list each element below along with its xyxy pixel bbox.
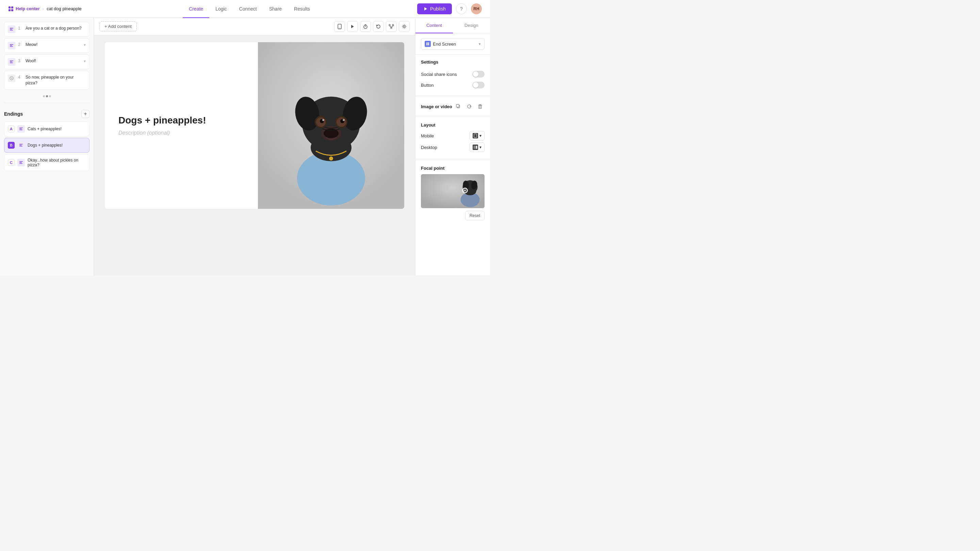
copy-image-button[interactable]	[454, 102, 463, 111]
image-video-header: Image or video	[421, 102, 485, 111]
branch-button[interactable]	[386, 21, 397, 32]
focal-point-preview[interactable]	[421, 174, 485, 208]
nav-tabs: Create Logic Connect Share Results	[183, 0, 316, 18]
section-divider-3	[415, 160, 490, 160]
timer-button[interactable]	[360, 21, 371, 32]
question-num-3: 3	[18, 58, 23, 63]
question-arrow-3: ▾	[84, 59, 86, 64]
main-layout: 1 Are you a cat or a dog person? 2 Meow!…	[0, 18, 490, 275]
social-share-label: Social share icons	[421, 72, 457, 77]
question-text-3: Woof!	[25, 58, 81, 64]
tab-connect[interactable]: Connect	[233, 0, 263, 18]
svg-rect-65	[474, 146, 476, 149]
publish-button[interactable]: Publish	[417, 3, 452, 14]
svg-point-36	[404, 25, 405, 27]
canvas-area: Dogs + pineapples! Description (optional…	[94, 35, 415, 275]
app-icon[interactable]: Help center	[8, 6, 40, 11]
slide-content: Dogs + pineapples! Description (optional…	[105, 42, 258, 209]
button-toggle[interactable]	[472, 82, 485, 89]
svg-rect-56	[428, 43, 430, 44]
svg-rect-57	[426, 44, 428, 46]
add-content-button[interactable]: + Add content	[99, 21, 137, 31]
end-screen-dropdown[interactable]: End Screen ▾	[421, 38, 485, 50]
question-num-4: 4	[18, 75, 23, 79]
reset-button[interactable]: Reset	[465, 211, 485, 221]
question-icon-4	[8, 75, 15, 82]
slide-description[interactable]: Description (optional)	[118, 130, 244, 136]
focal-point-title: Focal point	[421, 166, 485, 171]
help-button[interactable]: ?	[456, 3, 467, 14]
end-screen-label: End Screen	[433, 41, 456, 47]
svg-rect-7	[10, 30, 13, 30]
question-item-1[interactable]: 1 Are you a cat or a dog person?	[4, 22, 89, 37]
avatar[interactable]: RH	[471, 3, 482, 14]
svg-rect-23	[19, 162, 22, 163]
desktop-layout-icon	[473, 144, 478, 150]
tab-design[interactable]: Design	[453, 18, 490, 33]
ending-text-c: Okay...how about pickles on pizza?	[27, 158, 86, 167]
chevron-down-icon: ▾	[479, 42, 481, 46]
svg-point-54	[329, 156, 333, 160]
play-preview-button[interactable]	[347, 21, 358, 32]
breadcrumb-item[interactable]: cat dog pineapple	[47, 6, 82, 11]
copy-icon	[456, 104, 461, 109]
svg-rect-21	[19, 146, 22, 147]
svg-rect-18	[19, 130, 22, 130]
mobile-label: Mobile	[421, 133, 434, 138]
ending-label-c: C	[8, 159, 14, 166]
chevron-down-icon-2: ▾	[479, 133, 482, 138]
svg-point-51	[343, 119, 345, 121]
ending-item-c[interactable]: C Okay...how about pickles on pizza?	[4, 154, 89, 171]
svg-marker-4	[424, 7, 427, 11]
svg-rect-3	[11, 9, 13, 11]
toolbar: + Add content	[94, 18, 415, 35]
social-share-toggle[interactable]	[472, 71, 485, 78]
replace-image-button[interactable]	[465, 102, 474, 111]
svg-rect-5	[10, 28, 13, 29]
question-item-3[interactable]: 3 Woof! ▾	[4, 54, 89, 69]
breadcrumb-separator: ›	[43, 6, 44, 11]
app-name: Help center	[16, 6, 40, 11]
ending-item-a[interactable]: A Cats + pineapples!	[4, 121, 89, 137]
tab-create[interactable]: Create	[183, 0, 209, 18]
tab-logic[interactable]: Logic	[209, 0, 233, 18]
end-screen-section: End Screen ▾	[415, 33, 490, 55]
endings-title: Endings	[4, 111, 23, 117]
refresh-button[interactable]	[373, 21, 384, 32]
button-label: Button	[421, 83, 434, 88]
svg-rect-12	[10, 62, 12, 62]
trash-icon	[478, 104, 482, 109]
publish-label: Publish	[430, 6, 446, 11]
settings-button[interactable]	[399, 21, 410, 32]
svg-rect-55	[426, 43, 428, 44]
ending-icon-a	[18, 125, 25, 133]
layout-section: Layout Mobile ▾ Desktop ▾	[415, 118, 490, 159]
question-text-4: So now, pineapple on your pizza?	[25, 75, 86, 86]
desktop-label: Desktop	[421, 145, 437, 150]
image-video-title: Image or video	[421, 104, 452, 109]
social-share-row: Social share icons	[421, 69, 485, 79]
question-item-2[interactable]: 2 Meow! ▾	[4, 38, 89, 53]
tab-share[interactable]: Share	[263, 0, 288, 18]
mobile-layout-dropdown[interactable]: ▾	[469, 131, 485, 140]
svg-rect-9	[10, 45, 12, 46]
tab-content[interactable]: Content	[415, 18, 453, 33]
svg-rect-1	[11, 6, 13, 8]
svg-rect-16	[19, 127, 23, 128]
desktop-layout-row: Desktop ▾	[421, 143, 485, 152]
svg-rect-17	[19, 129, 22, 129]
sidebar-divider	[4, 103, 89, 103]
mobile-icon	[337, 24, 342, 29]
add-ending-button[interactable]: +	[81, 110, 89, 118]
question-item-4[interactable]: 4 So now, pineapple on your pizza?	[4, 71, 89, 90]
desktop-layout-dropdown[interactable]: ▾	[469, 143, 485, 152]
gear-icon	[402, 24, 407, 29]
mobile-preview-button[interactable]	[334, 21, 345, 32]
nav-right: Publish ? RH	[417, 3, 482, 14]
ending-item-b[interactable]: B Dogs + pineapples!	[4, 138, 89, 153]
tab-results[interactable]: Results	[288, 0, 316, 18]
delete-image-button[interactable]	[476, 102, 485, 111]
end-screen-icon	[425, 41, 431, 47]
svg-line-15	[11, 78, 12, 79]
mobile-layout-icon	[473, 133, 478, 138]
